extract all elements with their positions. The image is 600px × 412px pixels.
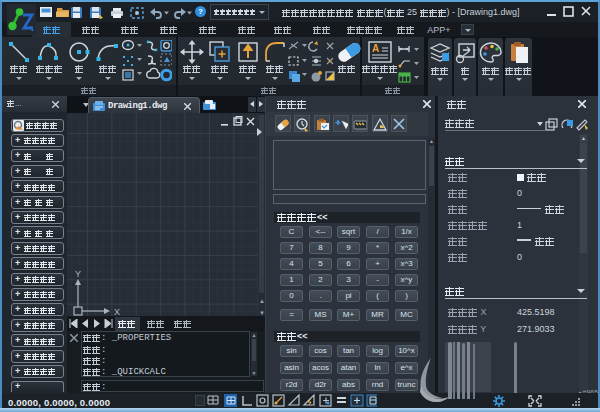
svg-text:A: A <box>372 43 379 54</box>
svg-text:Y: Y <box>75 269 81 279</box>
